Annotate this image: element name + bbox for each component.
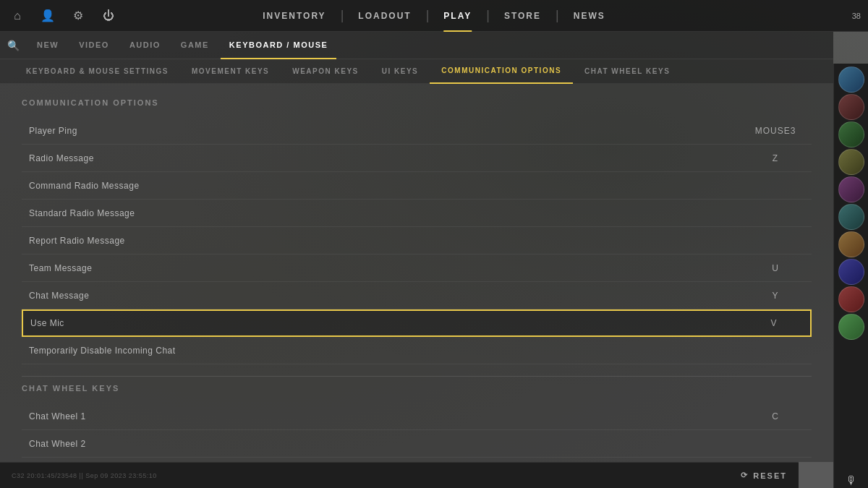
tab-audio[interactable]: AUDIO <box>121 32 169 59</box>
home-icon[interactable]: ⌂ <box>7 6 27 26</box>
top-nav-center: INVENTORY | LOADOUT | PLAY | STORE | NEW… <box>248 0 619 32</box>
section-divider <box>22 376 812 377</box>
subtab-movement-keys[interactable]: MOVEMENT KEYS <box>180 59 281 84</box>
nav-inventory[interactable]: INVENTORY <box>248 0 340 32</box>
row-chat-wheel-1[interactable]: Chat Wheel 1 C <box>22 403 812 430</box>
sidebar-avatar-3[interactable] <box>838 121 864 147</box>
sidebar-avatar-6[interactable] <box>838 204 864 230</box>
value-use-mic: V <box>745 318 803 328</box>
top-nav-right: 38 <box>852 12 861 20</box>
label-chat-wheel-1: Chat Wheel 1 <box>29 411 86 421</box>
settings-tab-bar: 🔍 NEW VIDEO AUDIO GAME KEYBOARD / MOUSE <box>0 32 833 59</box>
row-player-ping[interactable]: Player Ping MOUSE3 <box>22 117 812 145</box>
row-chat-message[interactable]: Chat Message Y <box>22 282 812 309</box>
subtab-chat-wheel-keys[interactable]: CHAT WHEEL KEYS <box>573 59 681 84</box>
subtab-keyboard-mouse-settings[interactable]: KEYBOARD & MOUSE SETTINGS <box>14 59 180 84</box>
label-radio-message: Radio Message <box>29 153 94 163</box>
label-player-ping: Player Ping <box>29 126 77 136</box>
row-disable-incoming-chat[interactable]: Temporarily Disable Incoming Chat <box>22 337 812 364</box>
top-nav-left: ⌂ 👤 ⚙ ⏻ <box>7 6 119 26</box>
sidebar-avatar-8[interactable] <box>838 259 864 285</box>
settings-icon[interactable]: ⚙ <box>68 6 88 26</box>
sidebar-bottom-icons: 🎙 <box>841 471 861 488</box>
reset-button[interactable]: ⟳ RESET <box>741 471 787 480</box>
tab-video[interactable]: VIDEO <box>70 32 118 59</box>
player-count-badge: 38 <box>852 12 861 20</box>
sidebar-avatar-7[interactable] <box>838 231 864 257</box>
label-standard-radio-message: Standard Radio Message <box>29 208 135 218</box>
label-report-radio-message: Report Radio Message <box>29 236 125 246</box>
subtab-ui-keys[interactable]: UI KEYS <box>370 59 430 84</box>
tab-keyboard-mouse[interactable]: KEYBOARD / MOUSE <box>221 32 336 59</box>
label-chat-wheel-2: Chat Wheel 2 <box>29 439 86 449</box>
nav-news[interactable]: NEWS <box>559 0 620 32</box>
value-player-ping: MOUSE3 <box>746 126 804 136</box>
communication-section-title: Communication Options <box>22 98 812 110</box>
label-disable-incoming-chat: Temporarily Disable Incoming Chat <box>29 346 176 356</box>
value-radio-message: Z <box>746 153 804 163</box>
sidebar-avatar-1[interactable] <box>838 67 864 93</box>
value-team-message: U <box>746 263 804 273</box>
row-command-radio-message[interactable]: Command Radio Message <box>22 172 812 200</box>
row-report-radio-message[interactable]: Report Radio Message <box>22 227 812 254</box>
power-icon[interactable]: ⏻ <box>98 6 119 26</box>
sidebar-avatar-9[interactable] <box>838 286 864 312</box>
row-chat-wheel-2[interactable]: Chat Wheel 2 <box>22 430 812 458</box>
tab-game[interactable]: GAME <box>172 32 218 59</box>
sidebar-avatar-5[interactable] <box>838 176 864 202</box>
value-chat-message: Y <box>746 291 804 301</box>
row-team-message[interactable]: Team Message U <box>22 254 812 282</box>
reset-label: RESET <box>753 471 787 480</box>
value-chat-wheel-1: C <box>746 411 804 421</box>
subtab-weapon-keys[interactable]: WEAPON KEYS <box>281 59 370 84</box>
sidebar-avatar-10[interactable] <box>838 314 864 340</box>
main-content: Communication Options Player Ping MOUSE3… <box>0 84 833 462</box>
main-container: ⌂ 👤 ⚙ ⏻ INVENTORY | LOADOUT | PLAY | STO… <box>0 0 868 488</box>
label-chat-message: Chat Message <box>29 291 89 301</box>
tab-new[interactable]: NEW <box>28 32 67 59</box>
label-use-mic: Use Mic <box>30 318 64 328</box>
character-icon[interactable]: 👤 <box>38 6 58 26</box>
label-team-message: Team Message <box>29 263 92 273</box>
subtab-communication-options[interactable]: COMMUNICATION OPTIONS <box>430 59 573 84</box>
right-sidebar: 🎙 14 <box>833 64 868 488</box>
sub-tab-bar: KEYBOARD & MOUSE SETTINGS MOVEMENT KEYS … <box>0 59 833 84</box>
history-icon: ⟳ <box>741 471 749 480</box>
sidebar-avatar-4[interactable] <box>838 149 864 175</box>
bottom-bar: C32 20:01:45/23548 || Sep 09 2023 23:55:… <box>0 462 799 488</box>
content-area: 🔍 NEW VIDEO AUDIO GAME KEYBOARD / MOUSE … <box>0 32 833 488</box>
top-nav: ⌂ 👤 ⚙ ⏻ INVENTORY | LOADOUT | PLAY | STO… <box>0 0 868 32</box>
chat-wheel-section-title: Chat Wheel Keys <box>22 384 812 395</box>
build-info: C32 20:01:45/23548 || Sep 09 2023 23:55:… <box>12 472 157 479</box>
search-icon[interactable]: 🔍 <box>7 40 20 51</box>
nav-store[interactable]: STORE <box>490 0 556 32</box>
sidebar-avatar-2[interactable] <box>838 94 864 120</box>
label-command-radio-message: Command Radio Message <box>29 181 140 191</box>
row-standard-radio-message[interactable]: Standard Radio Message <box>22 200 812 227</box>
row-use-mic[interactable]: Use Mic V <box>22 309 812 337</box>
nav-loadout[interactable]: LOADOUT <box>344 0 425 32</box>
row-radio-message[interactable]: Radio Message Z <box>22 145 812 172</box>
mic-icon[interactable]: 🎙 <box>841 471 861 488</box>
nav-play[interactable]: PLAY <box>429 0 486 32</box>
